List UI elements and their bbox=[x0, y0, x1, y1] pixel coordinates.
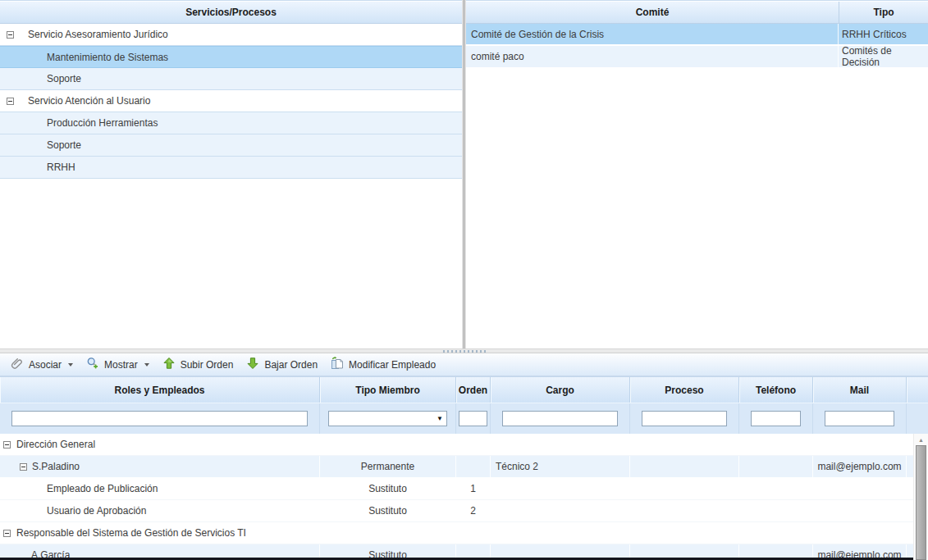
collapse-icon[interactable] bbox=[20, 463, 27, 471]
collapse-icon[interactable] bbox=[7, 31, 14, 39]
cell-tipo-miembro bbox=[320, 434, 456, 455]
subir-orden-button[interactable]: Subir Orden bbox=[157, 354, 241, 375]
committee-panel-header: Comité Tipo bbox=[466, 1, 928, 24]
cell-telefono bbox=[739, 522, 813, 544]
scrollbar-thumb[interactable] bbox=[916, 445, 926, 560]
column-header-filler bbox=[907, 377, 928, 403]
cell-mail bbox=[813, 500, 907, 521]
paperclip-icon bbox=[11, 357, 24, 372]
cell-filler bbox=[907, 500, 913, 521]
arrow-up-icon bbox=[162, 357, 176, 372]
tree-item-mantenimiento-sistemas[interactable]: Mantenimiento de Sistemas bbox=[0, 46, 462, 68]
committee-panel: Comité Tipo Comité de Gestión de la Cris… bbox=[466, 0, 928, 348]
modificar-empleado-button[interactable]: Modificar Empleado bbox=[325, 354, 443, 375]
cell-telefono bbox=[739, 478, 813, 499]
tree-item-servicio-atencion[interactable]: Servicio Atención al Usuario bbox=[0, 90, 462, 112]
grid-row-s-paladino[interactable]: S.Paladino Permanente Técnico 2 mail@eje… bbox=[0, 456, 913, 478]
grid-row-responsable-sgsti[interactable]: Responsable del Sistema de Gestión de Se… bbox=[0, 522, 913, 544]
grid-row-direccion-general[interactable]: Dirección General bbox=[0, 434, 913, 456]
dropdown-caret-icon bbox=[144, 363, 149, 367]
cell-tipo: RRHH Críticos bbox=[839, 29, 928, 40]
cell-roles: S.Paladino bbox=[0, 456, 320, 477]
roles-grid-header: Roles y Empleados Tipo Miembro Orden Car… bbox=[0, 376, 928, 403]
bajar-orden-button[interactable]: Bajar Orden bbox=[240, 354, 325, 375]
cell-orden bbox=[456, 434, 491, 455]
column-header-tipo-miembro: Tipo Miembro bbox=[320, 377, 456, 403]
mostrar-label: Mostrar bbox=[104, 359, 138, 371]
tree-item-soporte-2[interactable]: Soporte bbox=[0, 134, 462, 157]
tree-item-rrhh[interactable]: RRHH bbox=[0, 157, 462, 179]
tree-item-label: Producción Herramientas bbox=[47, 117, 158, 129]
filter-cell bbox=[907, 403, 928, 434]
cell-tipo-miembro bbox=[320, 522, 456, 544]
cell-filler bbox=[907, 478, 913, 499]
asociar-label: Asociar bbox=[29, 359, 62, 371]
cell-proceso bbox=[630, 478, 739, 499]
select-caret-icon: ▼ bbox=[437, 416, 443, 422]
cargo-filter-input[interactable] bbox=[502, 411, 618, 426]
column-header-orden: Orden bbox=[456, 377, 491, 403]
column-header-mail: Mail bbox=[813, 377, 907, 403]
cell-cargo bbox=[491, 522, 630, 544]
tree-item-servicio-asesoramiento[interactable]: Servicio Asesoramiento Jurídico bbox=[0, 24, 462, 46]
cell-comite: Comité de Gestión de la Crisis bbox=[466, 24, 839, 44]
proceso-filter-input[interactable] bbox=[642, 411, 727, 426]
cell-telefono bbox=[739, 500, 813, 521]
collapse-icon[interactable] bbox=[3, 441, 11, 448]
cell-proceso bbox=[630, 456, 739, 477]
roles-grid-body: Dirección General S.Paladino Permanente … bbox=[0, 434, 913, 560]
grid-row-empleado-publicacion[interactable]: Empleado de Publicación Sustituto 1 bbox=[0, 478, 913, 500]
cell-comite: comité paco bbox=[466, 46, 839, 67]
tree-item-label: Soporte bbox=[47, 73, 81, 84]
filter-cell bbox=[630, 403, 739, 434]
cell-orden: 2 bbox=[456, 500, 491, 521]
cell-cargo bbox=[491, 434, 630, 455]
cell-proceso bbox=[630, 522, 739, 544]
grid-row-usuario-aprobacion[interactable]: Usuario de Aprobación Sustituto 2 bbox=[0, 500, 913, 522]
scroll-up-arrow-icon[interactable]: ▲ bbox=[914, 434, 928, 445]
cell-tipo-miembro: Sustituto bbox=[320, 500, 456, 521]
tree-item-label: RRHH bbox=[47, 162, 75, 173]
cell-roles: Responsable del Sistema de Gestión de Se… bbox=[0, 522, 320, 544]
tipo-miembro-filter-select[interactable]: ▼ bbox=[328, 411, 447, 426]
row-label: Dirección General bbox=[16, 439, 95, 450]
cell-cargo bbox=[491, 478, 630, 499]
mostrar-button[interactable]: Mostrar bbox=[80, 354, 157, 375]
row-label: Usuario de Aprobación bbox=[47, 505, 146, 517]
search-plus-icon bbox=[86, 357, 99, 372]
arrow-down-icon bbox=[246, 357, 259, 372]
cell-filler bbox=[907, 434, 913, 455]
filter-cell bbox=[491, 403, 630, 434]
cell-telefono bbox=[739, 434, 813, 455]
filter-cell bbox=[456, 403, 491, 434]
modificar-empleado-label: Modificar Empleado bbox=[349, 359, 436, 371]
asociar-button[interactable]: Asociar bbox=[5, 354, 80, 375]
column-header-proceso: Proceso bbox=[630, 377, 739, 403]
cell-cargo: Técnico 2 bbox=[491, 456, 630, 477]
tree-item-label: Mantenimiento de Sistemas bbox=[47, 52, 168, 63]
collapse-icon[interactable] bbox=[3, 530, 11, 537]
vertical-scrollbar[interactable]: ▲ bbox=[913, 434, 928, 560]
filter-cell bbox=[0, 403, 320, 434]
cell-mail bbox=[813, 478, 907, 499]
committee-row[interactable]: comité paco Comités de Decisión bbox=[466, 46, 928, 68]
mail-filter-input[interactable] bbox=[825, 411, 894, 426]
tree-item-produccion-herramientas[interactable]: Producción Herramientas bbox=[0, 112, 462, 134]
roles-filter-input[interactable] bbox=[11, 411, 308, 426]
column-header-roles: Roles y Empleados bbox=[0, 377, 320, 403]
telefono-filter-input[interactable] bbox=[751, 411, 801, 426]
services-panel: Servicios/Procesos Servicio Asesoramient… bbox=[0, 0, 462, 348]
committee-row[interactable]: Comité de Gestión de la Crisis RRHH Crít… bbox=[466, 24, 928, 46]
orden-filter-input[interactable] bbox=[459, 411, 487, 426]
column-header-cargo: Cargo bbox=[491, 377, 630, 403]
cell-mail bbox=[813, 522, 907, 544]
cell-tipo-miembro: Permanente bbox=[320, 456, 456, 477]
row-label: S.Paladino bbox=[32, 461, 80, 472]
tree-item-soporte-1[interactable]: Soporte bbox=[0, 68, 462, 90]
row-label: Empleado de Publicación bbox=[47, 483, 158, 494]
cell-telefono bbox=[739, 456, 813, 477]
filter-cell bbox=[813, 403, 907, 434]
application-window: Servicios/Procesos Servicio Asesoramient… bbox=[0, 0, 928, 560]
filter-cell: ▼ bbox=[320, 403, 456, 434]
collapse-icon[interactable] bbox=[7, 98, 14, 105]
